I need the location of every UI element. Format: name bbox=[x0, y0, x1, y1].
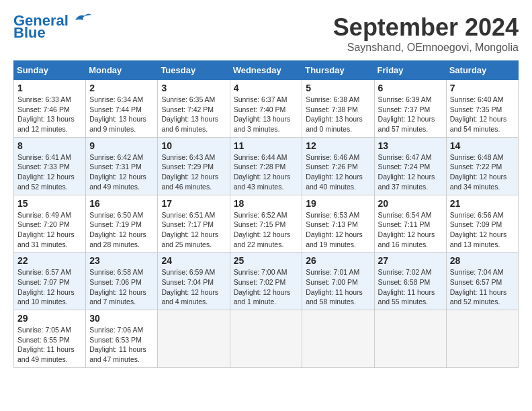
day-number: 21 bbox=[450, 198, 515, 209]
day-number: 18 bbox=[234, 198, 299, 209]
table-row: 15 Sunrise: 6:49 AM Sunset: 7:20 PM Dayl… bbox=[14, 195, 86, 253]
day-info: Sunrise: 6:33 AM Sunset: 7:46 PM Dayligh… bbox=[17, 95, 82, 134]
day-number: 15 bbox=[17, 198, 82, 209]
day-number: 24 bbox=[161, 255, 226, 266]
day-number: 22 bbox=[17, 255, 82, 266]
day-info: Sunrise: 6:35 AM Sunset: 7:42 PM Dayligh… bbox=[161, 95, 226, 134]
col-saturday: Saturday bbox=[446, 61, 518, 80]
day-number: 17 bbox=[161, 198, 226, 209]
table-row: 18 Sunrise: 6:52 AM Sunset: 7:15 PM Dayl… bbox=[230, 195, 302, 253]
table-row: 17 Sunrise: 6:51 AM Sunset: 7:17 PM Dayl… bbox=[158, 195, 230, 253]
day-number: 25 bbox=[234, 255, 299, 266]
col-tuesday: Tuesday bbox=[158, 61, 230, 80]
day-number: 4 bbox=[234, 83, 299, 93]
table-row: 2 Sunrise: 6:34 AM Sunset: 7:44 PM Dayli… bbox=[86, 80, 158, 138]
table-row: 11 Sunrise: 6:44 AM Sunset: 7:28 PM Dayl… bbox=[230, 137, 302, 195]
day-number: 12 bbox=[306, 140, 370, 151]
table-row: 16 Sunrise: 6:50 AM Sunset: 7:19 PM Dayl… bbox=[86, 195, 158, 253]
day-info: Sunrise: 6:51 AM Sunset: 7:17 PM Dayligh… bbox=[161, 210, 226, 250]
day-number: 5 bbox=[306, 83, 370, 93]
day-info: Sunrise: 7:06 AM Sunset: 6:53 PM Dayligh… bbox=[89, 325, 154, 365]
day-number: 27 bbox=[378, 255, 443, 266]
table-row: 21 Sunrise: 6:56 AM Sunset: 7:09 PM Dayl… bbox=[446, 195, 518, 253]
day-number: 20 bbox=[378, 198, 443, 209]
table-row: 8 Sunrise: 6:41 AM Sunset: 7:33 PM Dayli… bbox=[14, 137, 86, 195]
month-title: September 2024 bbox=[333, 13, 519, 42]
col-friday: Friday bbox=[374, 61, 446, 80]
day-info: Sunrise: 6:42 AM Sunset: 7:31 PM Dayligh… bbox=[89, 152, 154, 192]
col-thursday: Thursday bbox=[302, 61, 374, 80]
day-info: Sunrise: 7:05 AM Sunset: 6:55 PM Dayligh… bbox=[17, 325, 82, 365]
table-row bbox=[158, 310, 230, 368]
table-row: 10 Sunrise: 6:43 AM Sunset: 7:29 PM Dayl… bbox=[158, 137, 230, 195]
page-header: General Blue September 2024 Saynshand, O… bbox=[13, 13, 519, 54]
table-row: 29 Sunrise: 7:05 AM Sunset: 6:55 PM Dayl… bbox=[14, 310, 86, 368]
table-row: 6 Sunrise: 6:39 AM Sunset: 7:37 PM Dayli… bbox=[374, 80, 446, 138]
calendar-week-row: 22 Sunrise: 6:57 AM Sunset: 7:07 PM Dayl… bbox=[14, 253, 519, 310]
col-monday: Monday bbox=[86, 61, 158, 80]
day-info: Sunrise: 6:40 AM Sunset: 7:35 PM Dayligh… bbox=[450, 95, 515, 134]
table-row bbox=[374, 310, 446, 368]
day-info: Sunrise: 6:41 AM Sunset: 7:33 PM Dayligh… bbox=[17, 152, 82, 192]
day-number: 9 bbox=[89, 140, 154, 151]
table-row: 14 Sunrise: 6:48 AM Sunset: 7:22 PM Dayl… bbox=[446, 137, 518, 195]
table-row: 4 Sunrise: 6:37 AM Sunset: 7:40 PM Dayli… bbox=[230, 80, 302, 138]
table-row: 28 Sunrise: 7:04 AM Sunset: 6:57 PM Dayl… bbox=[446, 253, 518, 310]
day-number: 6 bbox=[378, 83, 443, 93]
day-number: 16 bbox=[89, 198, 154, 209]
calendar-week-row: 15 Sunrise: 6:49 AM Sunset: 7:20 PM Dayl… bbox=[14, 195, 519, 253]
day-info: Sunrise: 6:37 AM Sunset: 7:40 PM Dayligh… bbox=[234, 95, 299, 134]
day-info: Sunrise: 6:49 AM Sunset: 7:20 PM Dayligh… bbox=[17, 210, 82, 250]
calendar-header-row: Sunday Monday Tuesday Wednesday Thursday… bbox=[14, 61, 519, 80]
day-number: 28 bbox=[450, 255, 515, 266]
day-info: Sunrise: 7:00 AM Sunset: 7:02 PM Dayligh… bbox=[234, 267, 299, 307]
table-row: 30 Sunrise: 7:06 AM Sunset: 6:53 PM Dayl… bbox=[86, 310, 158, 368]
day-number: 23 bbox=[89, 255, 154, 266]
day-info: Sunrise: 6:39 AM Sunset: 7:37 PM Dayligh… bbox=[378, 95, 443, 134]
day-number: 10 bbox=[161, 140, 226, 151]
table-row bbox=[230, 310, 302, 368]
calendar-week-row: 8 Sunrise: 6:41 AM Sunset: 7:33 PM Dayli… bbox=[14, 137, 519, 195]
day-number: 29 bbox=[17, 313, 82, 324]
day-number: 7 bbox=[450, 83, 515, 93]
logo: General Blue bbox=[13, 13, 91, 40]
day-info: Sunrise: 6:50 AM Sunset: 7:19 PM Dayligh… bbox=[89, 210, 154, 250]
table-row: 9 Sunrise: 6:42 AM Sunset: 7:31 PM Dayli… bbox=[86, 137, 158, 195]
table-row bbox=[302, 310, 374, 368]
logo-blue-text: Blue bbox=[13, 26, 46, 40]
day-info: Sunrise: 6:59 AM Sunset: 7:04 PM Dayligh… bbox=[161, 267, 226, 307]
day-info: Sunrise: 6:47 AM Sunset: 7:24 PM Dayligh… bbox=[378, 152, 443, 192]
table-row: 19 Sunrise: 6:53 AM Sunset: 7:13 PM Dayl… bbox=[302, 195, 374, 253]
day-info: Sunrise: 6:38 AM Sunset: 7:38 PM Dayligh… bbox=[306, 95, 370, 134]
day-info: Sunrise: 6:53 AM Sunset: 7:13 PM Dayligh… bbox=[306, 210, 370, 250]
day-number: 2 bbox=[89, 83, 154, 93]
day-info: Sunrise: 6:34 AM Sunset: 7:44 PM Dayligh… bbox=[89, 95, 154, 134]
day-number: 14 bbox=[450, 140, 515, 151]
table-row: 22 Sunrise: 6:57 AM Sunset: 7:07 PM Dayl… bbox=[14, 253, 86, 310]
day-number: 26 bbox=[306, 255, 370, 266]
table-row: 12 Sunrise: 6:46 AM Sunset: 7:26 PM Dayl… bbox=[302, 137, 374, 195]
table-row: 26 Sunrise: 7:01 AM Sunset: 7:00 PM Dayl… bbox=[302, 253, 374, 310]
day-number: 19 bbox=[306, 198, 370, 209]
day-number: 3 bbox=[161, 83, 226, 93]
day-info: Sunrise: 6:44 AM Sunset: 7:28 PM Dayligh… bbox=[234, 152, 299, 192]
day-info: Sunrise: 6:58 AM Sunset: 7:06 PM Dayligh… bbox=[89, 267, 154, 307]
day-number: 1 bbox=[17, 83, 82, 93]
day-info: Sunrise: 6:56 AM Sunset: 7:09 PM Dayligh… bbox=[450, 210, 515, 250]
table-row: 1 Sunrise: 6:33 AM Sunset: 7:46 PM Dayli… bbox=[14, 80, 86, 138]
table-row: 3 Sunrise: 6:35 AM Sunset: 7:42 PM Dayli… bbox=[158, 80, 230, 138]
day-number: 8 bbox=[17, 140, 82, 151]
col-sunday: Sunday bbox=[14, 61, 86, 80]
calendar-week-row: 1 Sunrise: 6:33 AM Sunset: 7:46 PM Dayli… bbox=[14, 80, 519, 138]
table-row: 23 Sunrise: 6:58 AM Sunset: 7:06 PM Dayl… bbox=[86, 253, 158, 310]
day-info: Sunrise: 7:02 AM Sunset: 6:58 PM Dayligh… bbox=[378, 267, 443, 307]
table-row bbox=[446, 310, 518, 368]
day-info: Sunrise: 6:54 AM Sunset: 7:11 PM Dayligh… bbox=[378, 210, 443, 250]
day-number: 13 bbox=[378, 140, 443, 151]
table-row: 13 Sunrise: 6:47 AM Sunset: 7:24 PM Dayl… bbox=[374, 137, 446, 195]
day-info: Sunrise: 6:52 AM Sunset: 7:15 PM Dayligh… bbox=[234, 210, 299, 250]
table-row: 5 Sunrise: 6:38 AM Sunset: 7:38 PM Dayli… bbox=[302, 80, 374, 138]
location: Saynshand, OEmnoegovi, Mongolia bbox=[333, 42, 519, 54]
day-number: 11 bbox=[234, 140, 299, 151]
calendar-week-row: 29 Sunrise: 7:05 AM Sunset: 6:55 PM Dayl… bbox=[14, 310, 519, 368]
